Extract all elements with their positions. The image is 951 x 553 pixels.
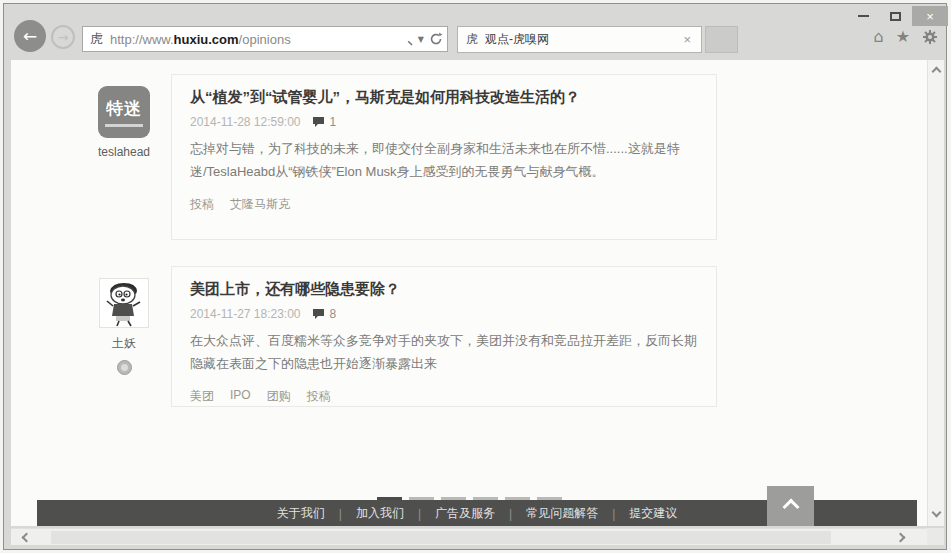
comment-bubble-icon[interactable] xyxy=(312,308,325,320)
article-excerpt: 忘掉对与错，为了科技的未来，即使交付全副身家和生活未来也在所不惜......这就… xyxy=(190,138,700,184)
article-date: 2014-11-28 12:59:00 xyxy=(190,115,301,129)
footer-link-join[interactable]: 加入我们 xyxy=(356,505,404,522)
navigation-bar: ← → 虎 http://www.huxiu.com/opinions ▼ 虎 … xyxy=(4,28,946,60)
scroll-left-button[interactable] xyxy=(23,529,30,545)
back-button[interactable]: ← xyxy=(14,20,46,52)
chevron-up-icon xyxy=(931,67,941,77)
article-card: 从“植发”到“试管婴儿”，马斯克是如何用科技改造生活的？ 2014-11-28 … xyxy=(171,74,717,240)
badge-icon xyxy=(117,360,132,375)
footer-separator: | xyxy=(612,507,615,521)
avatar[interactable]: 特迷 xyxy=(98,86,150,138)
footer-link-faq[interactable]: 常见问题解答 xyxy=(526,505,598,522)
search-icon[interactable] xyxy=(400,33,413,46)
author-column: 土妖 xyxy=(69,278,179,375)
tag[interactable]: IPO xyxy=(230,388,251,405)
maximize-icon xyxy=(890,12,901,21)
url-text[interactable]: http://www.huxiu.com/opinions xyxy=(110,32,400,47)
scrollbar-thumb[interactable] xyxy=(51,531,831,544)
avatar[interactable] xyxy=(99,278,149,328)
chevron-down-icon xyxy=(931,508,941,518)
article-meta: 2014-11-27 18:23:00 8 xyxy=(190,307,700,321)
footer-separator: | xyxy=(509,507,512,521)
article-title[interactable]: 美团上市，还有哪些隐患要除？ xyxy=(190,279,700,299)
site-favicon: 虎 xyxy=(90,30,103,48)
tag[interactable]: 团购 xyxy=(267,388,291,405)
title-bar: × xyxy=(4,4,946,28)
search-dropdown-icon[interactable]: ▼ xyxy=(418,35,424,44)
new-tab-button[interactable] xyxy=(705,26,738,53)
minimize-icon xyxy=(858,15,869,17)
username[interactable]: teslahead xyxy=(69,145,179,159)
settings-gear-icon[interactable] xyxy=(922,29,938,45)
chevron-right-icon xyxy=(896,532,906,542)
username[interactable]: 土妖 xyxy=(69,335,179,352)
footer-link-ads[interactable]: 广告及服务 xyxy=(435,505,495,522)
footer-separator: | xyxy=(418,507,421,521)
tag[interactable]: 美团 xyxy=(190,388,214,405)
close-button[interactable]: × xyxy=(912,6,948,26)
tag[interactable]: 艾隆马斯克 xyxy=(230,196,290,213)
chevron-up-icon xyxy=(782,498,799,515)
vertical-scrollbar[interactable] xyxy=(927,60,944,526)
scroll-right-button[interactable] xyxy=(897,529,904,545)
forward-arrow-icon: → xyxy=(58,30,69,45)
article-excerpt: 在大众点评、百度糯米等众多竞争对手的夹攻下，美团并没有和竞品拉开差距，反而长期隐… xyxy=(190,330,700,376)
article-card: 美团上市，还有哪些隐患要除？ 2014-11-27 18:23:00 8 在大众… xyxy=(171,266,717,407)
scrollbar-corner xyxy=(927,528,944,545)
scroll-up-button[interactable] xyxy=(928,68,944,75)
article-title[interactable]: 从“植发”到“试管婴儿”，马斯克是如何用科技改造生活的？ xyxy=(190,87,700,107)
tab-title: 观点-虎嗅网 xyxy=(485,31,681,48)
back-to-top-button[interactable] xyxy=(767,486,814,526)
avatar-logo-text: 特迷 xyxy=(106,97,142,120)
tab-close-icon[interactable]: × xyxy=(681,32,693,47)
article-tags: 投稿 艾隆马斯克 xyxy=(190,196,700,213)
refresh-icon[interactable] xyxy=(429,32,443,46)
back-arrow-icon: ← xyxy=(23,26,37,46)
article-tags: 美团 IPO 团购 投稿 xyxy=(190,388,700,405)
comment-bubble-icon[interactable] xyxy=(312,116,325,128)
tab-favicon: 虎 xyxy=(466,31,478,48)
horizontal-scrollbar[interactable] xyxy=(11,528,928,545)
article-meta: 2014-11-28 12:59:00 1 xyxy=(190,115,700,129)
home-icon[interactable]: ⌂ xyxy=(874,28,884,46)
avatar-caption-strip xyxy=(105,124,143,127)
tag[interactable]: 投稿 xyxy=(307,388,331,405)
comment-count[interactable]: 1 xyxy=(330,115,337,129)
favorites-star-icon[interactable]: ★ xyxy=(896,28,910,46)
maximize-button[interactable] xyxy=(880,6,910,26)
page-viewport: 特迷 teslahead 从“植发”到“试管婴儿”，马斯克是如何用科技改造生活的… xyxy=(11,60,928,526)
comment-count[interactable]: 8 xyxy=(330,307,337,321)
browser-window: × ← → 虎 http://www.huxiu.com/opinions ▼ … xyxy=(3,3,947,550)
author-column: 特迷 teslahead xyxy=(69,86,179,159)
footer-link-about[interactable]: 关于我们 xyxy=(277,505,325,522)
footer-link-feedback[interactable]: 提交建议 xyxy=(629,505,677,522)
article-date: 2014-11-27 18:23:00 xyxy=(190,307,301,321)
cartoon-avatar-image xyxy=(100,279,148,327)
address-tools: ▼ xyxy=(400,32,443,46)
browser-tab[interactable]: 虎 观点-虎嗅网 × xyxy=(457,26,702,53)
chevron-left-icon xyxy=(22,532,32,542)
minimize-button[interactable] xyxy=(848,6,878,26)
close-icon: × xyxy=(926,9,934,24)
footer-separator: | xyxy=(339,507,342,521)
chrome-toolbar: ⌂ ★ xyxy=(874,28,939,46)
address-bar[interactable]: 虎 http://www.huxiu.com/opinions ▼ xyxy=(82,26,448,52)
forward-button[interactable]: → xyxy=(51,25,75,49)
scroll-down-button[interactable] xyxy=(928,509,944,516)
tag[interactable]: 投稿 xyxy=(190,196,214,213)
